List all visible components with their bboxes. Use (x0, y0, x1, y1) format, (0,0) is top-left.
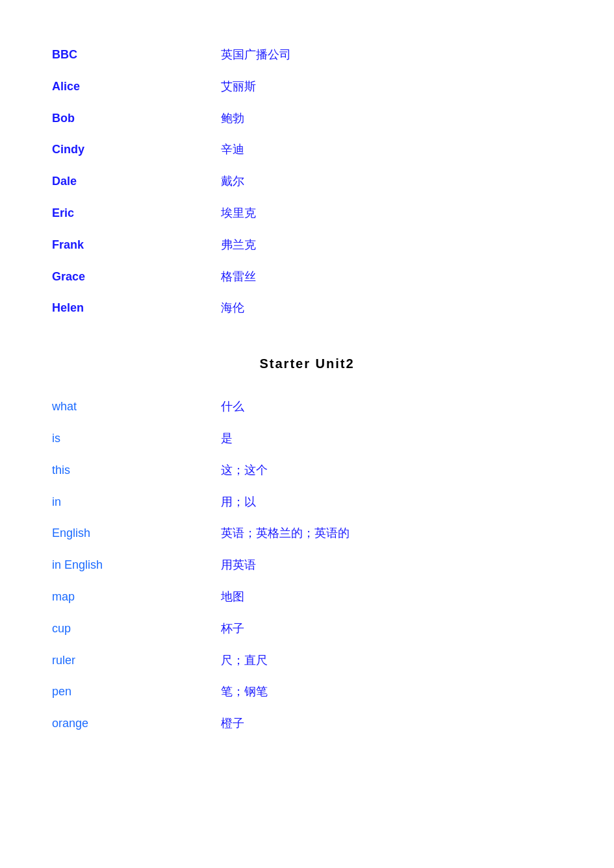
section2-title: Starter Unit2 (52, 356, 562, 371)
table-row: Eric 埃里克 (52, 197, 562, 229)
english-term: Helen (52, 292, 221, 324)
chinese-translation: 是 (221, 423, 562, 454)
english-term: Grace (52, 261, 221, 293)
table-row: Grace 格雷丝 (52, 261, 562, 293)
table-row: Cindy 辛迪 (52, 134, 562, 166)
table-row: in English 用英语 (52, 549, 562, 581)
chinese-translation: 格雷丝 (221, 261, 562, 293)
table-row: in 用；以 (52, 486, 562, 518)
table-row: Dale 戴尔 (52, 166, 562, 197)
english-term: in (52, 486, 221, 518)
english-term: Dale (52, 166, 221, 197)
english-term: cup (52, 613, 221, 645)
english-term: in English (52, 549, 221, 581)
english-term: orange (52, 708, 221, 739)
chinese-translation: 英国广播公司 (221, 39, 562, 71)
chinese-translation: 鲍勃 (221, 103, 562, 134)
table-row: cup 杯子 (52, 613, 562, 645)
english-term: Cindy (52, 134, 221, 166)
english-term: Alice (52, 71, 221, 103)
table-row: map 地图 (52, 581, 562, 613)
table-row: is 是 (52, 423, 562, 454)
chinese-translation: 杯子 (221, 613, 562, 645)
table-row: Frank 弗兰克 (52, 229, 562, 261)
english-term: Frank (52, 229, 221, 261)
table-row: Alice 艾丽斯 (52, 71, 562, 103)
chinese-translation: 橙子 (221, 708, 562, 739)
chinese-translation: 尺；直尺 (221, 645, 562, 676)
chinese-translation: 戴尔 (221, 166, 562, 197)
chinese-translation: 弗兰克 (221, 229, 562, 261)
chinese-translation: 海伦 (221, 292, 562, 324)
table-row: ruler 尺；直尺 (52, 645, 562, 676)
chinese-translation: 英语；英格兰的；英语的 (221, 517, 562, 549)
table-row: English 英语；英格兰的；英语的 (52, 517, 562, 549)
english-term: is (52, 423, 221, 454)
table-row: this 这；这个 (52, 454, 562, 486)
chinese-translation: 用英语 (221, 549, 562, 581)
table-row: what 什么 (52, 391, 562, 423)
english-term: Eric (52, 197, 221, 229)
chinese-translation: 笔；钢笔 (221, 676, 562, 708)
table-row: BBC 英国广播公司 (52, 39, 562, 71)
chinese-translation: 地图 (221, 581, 562, 613)
english-term: what (52, 391, 221, 423)
english-term: Bob (52, 103, 221, 134)
english-term: pen (52, 676, 221, 708)
section2-table: what 什么 is 是 this 这；这个 in 用；以 English 英语… (52, 391, 562, 739)
table-row: pen 笔；钢笔 (52, 676, 562, 708)
chinese-translation: 艾丽斯 (221, 71, 562, 103)
table-row: orange 橙子 (52, 708, 562, 739)
table-row: Helen 海伦 (52, 292, 562, 324)
chinese-translation: 用；以 (221, 486, 562, 518)
chinese-translation: 辛迪 (221, 134, 562, 166)
table-row: Bob 鲍勃 (52, 103, 562, 134)
english-term: map (52, 581, 221, 613)
english-term: this (52, 454, 221, 486)
chinese-translation: 埃里克 (221, 197, 562, 229)
english-term: BBC (52, 39, 221, 71)
chinese-translation: 什么 (221, 391, 562, 423)
english-term: English (52, 517, 221, 549)
chinese-translation: 这；这个 (221, 454, 562, 486)
english-term: ruler (52, 645, 221, 676)
section1-table: BBC 英国广播公司 Alice 艾丽斯 Bob 鲍勃 Cindy 辛迪 Dal… (52, 39, 562, 324)
